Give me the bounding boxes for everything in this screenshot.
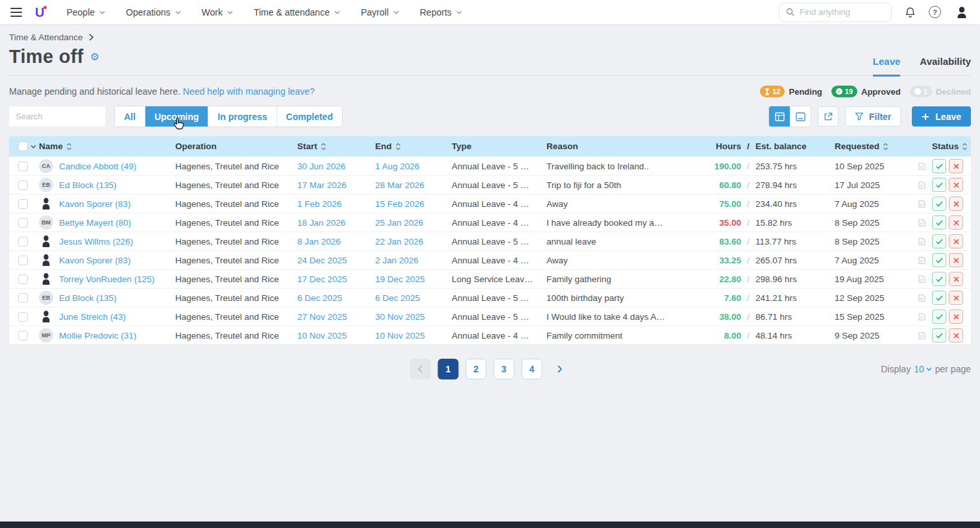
- table-row[interactable]: EB Ed Block (135) Hagenes, Treutel and R…: [9, 175, 971, 194]
- table-row[interactable]: BM Bettye Mayert (80) Hagenes, Treutel a…: [9, 213, 971, 232]
- filter-in-progress-button[interactable]: In progress: [208, 106, 276, 126]
- menu-item-payroll[interactable]: Payroll: [361, 7, 399, 18]
- decline-button[interactable]: [949, 272, 963, 286]
- approve-button[interactable]: [932, 291, 946, 305]
- table-row[interactable]: Kavon Sporer (83) Hagenes, Treutel and R…: [9, 250, 971, 269]
- start-date-link[interactable]: 27 Nov 2025: [297, 312, 347, 322]
- next-page-button[interactable]: [550, 359, 570, 379]
- app-logo[interactable]: U: [35, 6, 44, 19]
- end-date-link[interactable]: 1 Aug 2026: [375, 162, 419, 171]
- header-end[interactable]: End: [375, 141, 452, 151]
- global-search-input[interactable]: [800, 7, 885, 17]
- user-avatar[interactable]: [954, 5, 970, 20]
- start-date-link[interactable]: 6 Dec 2025: [297, 293, 342, 303]
- start-date-link[interactable]: 8 Jan 2026: [297, 237, 341, 246]
- table-row[interactable]: Jesus Willms (226) Hagenes, Treutel and …: [9, 232, 971, 250]
- prev-page-button[interactable]: [410, 359, 431, 379]
- row-checkbox[interactable]: [18, 312, 28, 322]
- employee-link[interactable]: Candice Abbott (49): [59, 162, 136, 171]
- row-checkbox[interactable]: [18, 237, 28, 246]
- row-checkbox[interactable]: [18, 180, 28, 190]
- notifications-bell-icon[interactable]: [905, 6, 916, 18]
- end-date-link[interactable]: 19 Dec 2025: [375, 274, 425, 284]
- table-row[interactable]: Kavon Sporer (83) Hagenes, Treutel and R…: [9, 194, 971, 213]
- filter-button[interactable]: Filter: [845, 106, 901, 126]
- note-icon[interactable]: [911, 237, 932, 246]
- approve-button[interactable]: [932, 215, 946, 230]
- employee-link[interactable]: Ed Block (135): [59, 293, 117, 303]
- decline-button[interactable]: [949, 159, 963, 173]
- decline-button[interactable]: [949, 178, 963, 192]
- end-date-link[interactable]: 10 Nov 2025: [375, 331, 425, 341]
- menu-item-reports[interactable]: Reports: [420, 7, 462, 18]
- menu-item-people[interactable]: People: [66, 7, 105, 18]
- end-date-link[interactable]: 25 Jan 2026: [375, 218, 423, 228]
- header-start[interactable]: Start: [297, 141, 375, 151]
- decline-button[interactable]: [949, 234, 963, 248]
- table-row[interactable]: MP Mollie Predovic (31) Hagenes, Treutel…: [9, 326, 971, 344]
- decline-button[interactable]: [949, 328, 963, 342]
- row-checkbox[interactable]: [18, 218, 28, 228]
- card-view-button[interactable]: [790, 106, 811, 126]
- employee-link[interactable]: Bettye Mayert (80): [59, 218, 131, 228]
- approve-button[interactable]: [932, 328, 946, 342]
- start-date-link[interactable]: 24 Dec 2025: [297, 256, 347, 265]
- filter-upcoming-button[interactable]: Upcoming: [145, 106, 208, 126]
- end-date-link[interactable]: 15 Feb 2026: [375, 199, 424, 209]
- employee-link[interactable]: Torrey VonRueden (125): [59, 274, 154, 284]
- tab-leave[interactable]: Leave: [873, 56, 901, 77]
- declined-toggle[interactable]: 1 Declined: [910, 86, 971, 97]
- note-icon[interactable]: [911, 256, 932, 265]
- tab-availability[interactable]: Availability: [920, 56, 971, 75]
- decline-button[interactable]: [949, 309, 963, 324]
- note-icon[interactable]: [911, 181, 932, 189]
- header-name[interactable]: Name: [39, 141, 175, 151]
- menu-item-time-attendance[interactable]: Time & attendance: [254, 7, 340, 18]
- page-4-button[interactable]: 4: [522, 359, 543, 379]
- table-row[interactable]: CA Candice Abbott (49) Hagenes, Treutel …: [9, 156, 971, 175]
- add-leave-button[interactable]: Leave: [912, 106, 971, 126]
- help-icon[interactable]: ?: [929, 6, 941, 18]
- end-date-link[interactable]: 30 Nov 2025: [375, 312, 425, 322]
- note-icon[interactable]: [911, 200, 932, 208]
- table-row[interactable]: EB Ed Block (135) Hagenes, Treutel and R…: [9, 288, 971, 307]
- table-row[interactable]: Torrey VonRueden (125) Hagenes, Treutel …: [9, 269, 971, 288]
- approve-button[interactable]: [932, 253, 946, 267]
- employee-link[interactable]: Mollie Predovic (31): [59, 331, 136, 341]
- filter-all-button[interactable]: All: [115, 106, 145, 126]
- employee-link[interactable]: Kavon Sporer (83): [59, 256, 130, 265]
- chevron-down-icon[interactable]: [31, 145, 36, 149]
- row-checkbox[interactable]: [18, 162, 28, 171]
- decline-button[interactable]: [949, 215, 963, 230]
- end-date-link[interactable]: 22 Jan 2026: [375, 237, 423, 246]
- menu-item-work[interactable]: Work: [202, 7, 233, 18]
- note-icon[interactable]: [911, 294, 932, 302]
- gear-icon[interactable]: ⚙: [90, 52, 99, 62]
- global-search[interactable]: [779, 3, 892, 22]
- page-1-button[interactable]: 1: [438, 359, 459, 379]
- start-date-link[interactable]: 1 Feb 2026: [297, 199, 341, 209]
- header-status[interactable]: Status: [932, 141, 971, 151]
- decline-button[interactable]: [949, 253, 963, 267]
- breadcrumb-link[interactable]: Time & Attendance: [9, 32, 83, 42]
- employee-link[interactable]: Jesus Willms (226): [59, 237, 133, 246]
- decline-button[interactable]: [949, 291, 963, 305]
- start-date-link[interactable]: 17 Dec 2025: [297, 274, 347, 284]
- note-icon[interactable]: [911, 219, 932, 227]
- start-date-link[interactable]: 17 Mar 2026: [297, 180, 347, 190]
- row-checkbox[interactable]: [18, 293, 28, 303]
- employee-link[interactable]: June Streich (43): [59, 312, 126, 322]
- hamburger-menu-icon[interactable]: [10, 8, 22, 17]
- page-size-select[interactable]: 10: [914, 364, 932, 374]
- export-button[interactable]: [818, 106, 839, 126]
- table-view-button[interactable]: [769, 106, 790, 126]
- end-date-link[interactable]: 2 Jan 2026: [375, 256, 419, 265]
- page-3-button[interactable]: 3: [494, 359, 515, 379]
- approve-button[interactable]: [932, 178, 946, 192]
- note-icon[interactable]: [911, 162, 932, 171]
- row-checkbox[interactable]: [18, 199, 28, 209]
- row-checkbox[interactable]: [18, 331, 28, 341]
- select-all-checkbox[interactable]: [18, 141, 28, 151]
- menu-item-operations[interactable]: Operations: [126, 7, 180, 18]
- note-icon[interactable]: [911, 331, 932, 340]
